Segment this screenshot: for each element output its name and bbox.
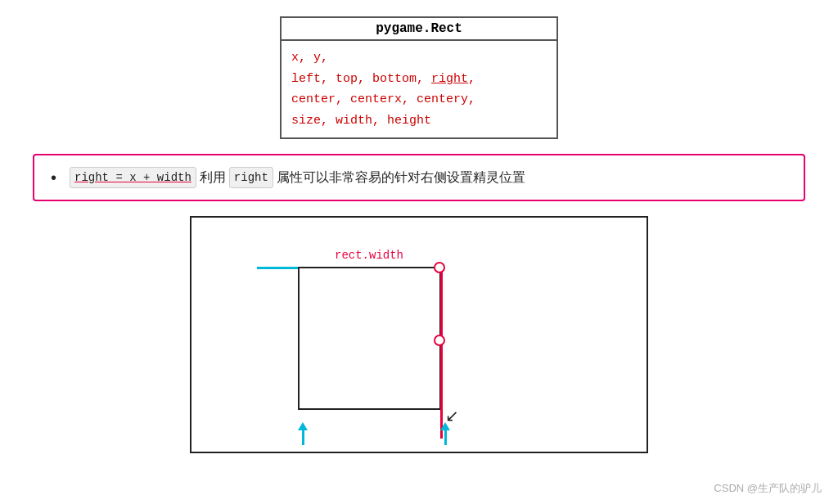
watermark: CSDN @生产队的驴儿	[714, 481, 822, 496]
blue-line-right	[444, 430, 447, 445]
cursor-arrow: ↙	[445, 406, 459, 425]
rect-table-header: pygame.Rect	[282, 18, 556, 41]
code-right: right	[229, 167, 273, 188]
code-right-formula: right = x + width	[70, 167, 196, 188]
blue-arrowhead-left	[298, 422, 308, 430]
rect-table-body: x, y, left, top, bottom, right, center, …	[282, 41, 556, 137]
rect-table-line3: center, centerx, centery,	[291, 89, 547, 110]
red-vertical-line	[440, 267, 443, 439]
main-container: pygame.Rect x, y, left, top, bottom, rig…	[0, 0, 838, 470]
blue-arrow-right	[440, 422, 450, 445]
diagram-box: rect.width ↙	[190, 216, 648, 453]
text-liyong: 利用	[200, 167, 226, 188]
highlight-box: • right = x + width 利用 right 属性可以非常容易的针对…	[33, 154, 805, 201]
rect-table-line4: size, width, height	[291, 110, 547, 132]
red-circle-top	[434, 262, 445, 273]
bullet-content: right = x + width 利用 right 属性可以非常容易的针对右侧…	[70, 167, 525, 188]
width-label: rect.width	[335, 249, 403, 262]
rect-table-line2: left, top, bottom, right,	[291, 69, 547, 90]
inner-rect	[298, 267, 441, 410]
rect-table-line1: x, y,	[291, 47, 547, 69]
blue-arrow-left	[298, 422, 308, 445]
right-underlined: right	[431, 72, 468, 86]
rect-table: pygame.Rect x, y, left, top, bottom, rig…	[280, 16, 558, 139]
bullet-dot: •	[51, 169, 56, 187]
blue-line-left	[302, 430, 304, 445]
text-description: 属性可以非常容易的针对右侧设置精灵位置	[277, 167, 525, 188]
red-circle-mid	[434, 335, 445, 346]
